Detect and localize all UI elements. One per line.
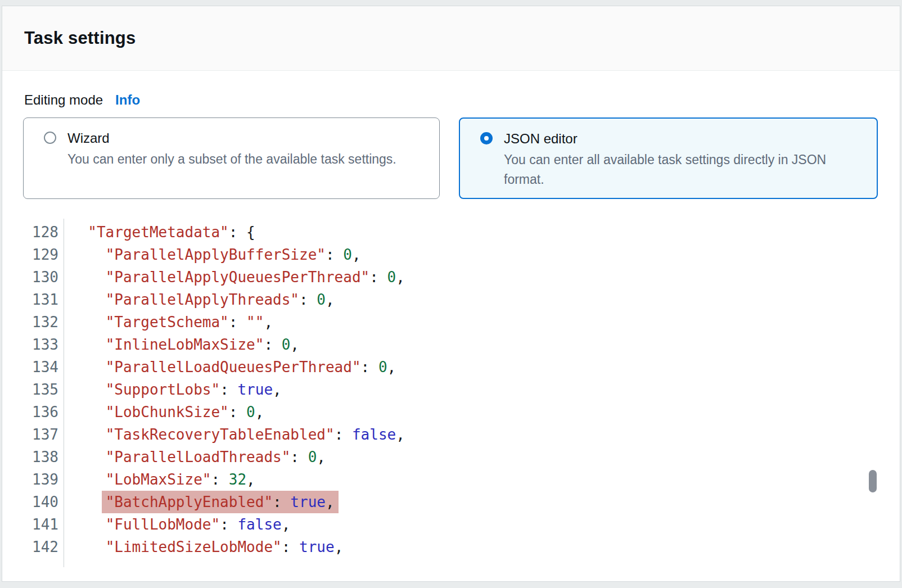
json-editor-radio-icon[interactable] [480,132,493,144]
json-code-editor[interactable]: 1281291301311321331341351361371381391401… [2,221,880,569]
code-line[interactable]: "ParallelLoadThreads": 0, [70,446,405,468]
tile-json-editor[interactable]: JSON editor You can enter all available … [459,117,878,199]
tile-json-editor-title: JSON editor [504,130,578,148]
tile-json-editor-description: You can enter all available task setting… [504,150,858,189]
line-number: 133 [2,333,58,356]
line-number: 128 [2,221,58,243]
code-line[interactable]: "InlineLobMaxSize": 0, [70,333,405,356]
line-number: 142 [2,536,58,558]
editing-mode-tiles: Wizard You can enter only a subset of th… [23,117,878,199]
line-number: 130 [2,266,58,288]
line-number: 135 [2,378,58,401]
line-number: 139 [2,468,58,491]
code-lines[interactable]: "TargetMetadata": { "ParallelApplyBuffer… [70,221,405,558]
code-line[interactable]: "LobMaxSize": 32, [70,468,405,491]
code-line[interactable]: "SupportLobs": true, [70,378,405,401]
tile-wizard-description: You can enter only a subset of the avail… [67,150,422,169]
tile-wizard-title: Wizard [67,129,110,147]
line-number: 136 [2,401,58,423]
line-number: 140 [2,491,58,513]
line-number: 134 [2,356,58,378]
line-number: 131 [2,288,58,311]
task-settings-card: Task settings Editing mode Info Wizard Y… [2,6,900,582]
gutter: 1281291301311321331341351361371381391401… [2,221,58,558]
code-line[interactable]: "ParallelApplyQueuesPerThread": 0, [70,266,405,288]
scrollbar-thumb[interactable] [869,470,877,492]
code-line[interactable]: "TargetSchema": "", [70,311,405,333]
line-number: 137 [2,423,58,446]
line-number: 141 [2,513,58,536]
code-line[interactable]: "FullLobMode": false, [70,513,405,536]
card-header: Task settings [2,6,900,71]
highlighted-token: "BatchApplyEnabled": true, [102,491,339,513]
editing-mode-label: Editing mode [24,91,103,110]
line-number: 138 [2,446,58,468]
gutter-divider [64,219,64,567]
code-line[interactable]: "ParallelLoadQueuesPerThread": 0, [70,356,405,378]
code-line[interactable]: "LimitedSizeLobMode": true, [70,536,405,558]
code-line[interactable]: "TargetMetadata": { [70,221,405,243]
line-number: 132 [2,311,58,333]
line-number: 129 [2,243,58,266]
wizard-radio-icon[interactable] [44,132,56,144]
page-title: Task settings [24,28,136,48]
code-line[interactable]: "TaskRecoveryTableEnabled": false, [70,423,405,446]
code-line[interactable]: "ParallelApplyBufferSize": 0, [70,243,405,266]
editing-mode-row: Editing mode Info [24,91,140,110]
tile-wizard[interactable]: Wizard You can enter only a subset of th… [23,117,440,199]
task-settings-page: Task settings Editing mode Info Wizard Y… [0,0,902,588]
code-line[interactable]: "ParallelApplyThreads": 0, [70,288,405,311]
code-line[interactable]: "LobChunkSize": 0, [70,401,405,423]
code-line[interactable]: "BatchApplyEnabled": true, [70,491,405,513]
info-link[interactable]: Info [115,91,140,110]
